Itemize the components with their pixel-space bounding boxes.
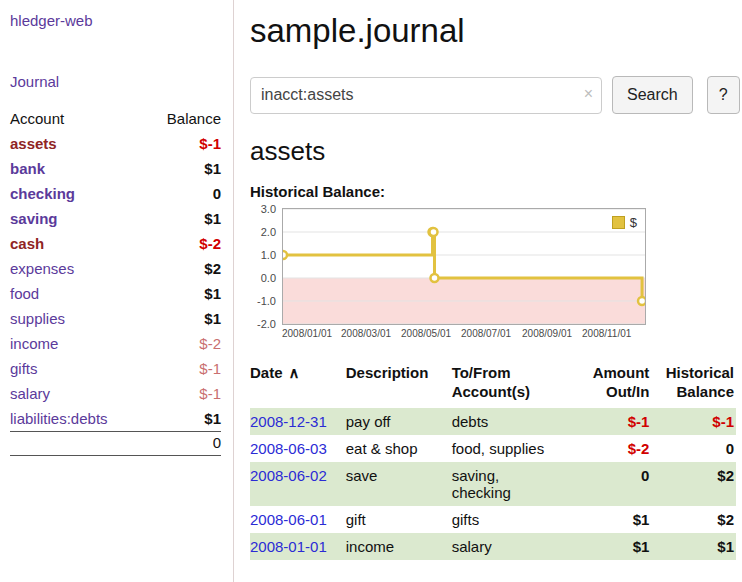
account-balance-salary: $-1	[146, 381, 221, 406]
account-balance-supplies: $1	[146, 306, 221, 331]
main-content: sample.journal × Search ? assets Histori…	[234, 0, 742, 582]
account-row-bank: bank $1	[10, 156, 221, 181]
transaction-description: save	[346, 462, 452, 506]
transaction-accounts: debts	[452, 408, 583, 435]
column-header-date[interactable]: Date∧	[250, 361, 346, 408]
accounts-header-account: Account	[10, 106, 146, 131]
transaction-balance: 0	[655, 435, 736, 462]
transaction-row: 2008-06-02 save saving, checking 0 $2	[250, 462, 736, 506]
historical-balance-chart: 3.02.01.00.0-1.0-2.0 $ 2008/01/012008/03…	[250, 208, 652, 341]
search-button[interactable]: Search	[612, 76, 693, 114]
transaction-date-link[interactable]: 2008-12-31	[250, 413, 327, 430]
search-box: ×	[250, 77, 602, 114]
account-link-saving[interactable]: saving	[10, 210, 58, 227]
account-row-income: income $-2	[10, 331, 221, 356]
chart-y-tick-label: 0.0	[248, 271, 276, 285]
account-balance-cash: $-2	[146, 231, 221, 256]
account-link-cash[interactable]: cash	[10, 235, 44, 252]
chart-title: Historical Balance:	[250, 183, 736, 200]
account-heading: assets	[250, 136, 736, 167]
chart-y-tick-label: -1.0	[248, 294, 276, 308]
search-bar: × Search ?	[250, 76, 736, 114]
transaction-description: gift	[346, 506, 452, 533]
account-balance-assets: $-1	[146, 131, 221, 156]
clear-search-icon[interactable]: ×	[584, 85, 593, 103]
transaction-accounts: saving, checking	[452, 462, 583, 506]
account-row-liabilities-debts: liabilities:debts $1	[10, 406, 221, 432]
chart-x-axis: 2008/01/012008/03/012008/05/012008/07/01…	[282, 328, 646, 341]
account-row-salary: salary $-1	[10, 381, 221, 406]
account-row-saving: saving $1	[10, 206, 221, 231]
legend-label: $	[630, 215, 637, 230]
column-header-account: To/From Account(s)	[452, 361, 583, 408]
search-input[interactable]	[250, 77, 602, 114]
page: hledger-web Journal Account Balance asse…	[0, 0, 742, 582]
transaction-date-link[interactable]: 2008-06-02	[250, 467, 327, 484]
sidebar-item-journal[interactable]: Journal	[10, 73, 59, 90]
chart-x-tick-label: 2008/05/01	[401, 328, 451, 339]
column-header-amount: Amount Out/In	[583, 361, 656, 408]
transaction-accounts: food, supplies	[452, 435, 583, 462]
account-link-gifts[interactable]: gifts	[10, 360, 38, 377]
transaction-amount: $-1	[583, 408, 656, 435]
account-balance-liabilities-debts: $1	[146, 406, 221, 432]
transaction-balance: $2	[655, 506, 736, 533]
chart-canvas	[283, 209, 645, 324]
transactions-header-row: Date∧ Description To/From Account(s) Amo…	[250, 361, 736, 408]
date-header-label: Date	[250, 364, 283, 381]
accounts-total-row: 0	[10, 432, 221, 456]
transaction-date-link[interactable]: 2008-06-01	[250, 511, 327, 528]
transaction-date-link[interactable]: 2008-06-03	[250, 440, 327, 457]
account-balance-income: $-2	[146, 331, 221, 356]
account-balance-checking: 0	[146, 181, 221, 206]
transaction-description: pay off	[346, 408, 452, 435]
chart-x-tick-label: 2008/07/01	[461, 328, 511, 339]
account-link-food[interactable]: food	[10, 285, 39, 302]
account-balance-saving: $1	[146, 206, 221, 231]
column-header-description: Description	[346, 361, 452, 408]
account-link-supplies[interactable]: supplies	[10, 310, 65, 327]
transaction-amount: $1	[583, 506, 656, 533]
chart-x-tick-label: 2008/01/01	[282, 328, 332, 339]
chart-y-axis: 3.02.01.00.0-1.0-2.0	[250, 208, 278, 323]
sidebar-nav: Journal	[10, 73, 221, 90]
account-link-checking[interactable]: checking	[10, 185, 75, 202]
transaction-balance: $-1	[655, 408, 736, 435]
account-row-food: food $1	[10, 281, 221, 306]
account-row-assets: assets $-1	[10, 131, 221, 156]
transaction-accounts: gifts	[452, 506, 583, 533]
transaction-accounts: salary	[452, 533, 583, 560]
accounts-table: Account Balance assets $-1 bank $1 check…	[10, 106, 221, 456]
chart-y-tick-label: 3.0	[248, 202, 276, 216]
chart-y-tick-label: 1.0	[248, 248, 276, 262]
account-balance-gifts: $-1	[146, 356, 221, 381]
account-link-liabilities-debts[interactable]: liabilities:debts	[10, 410, 108, 427]
account-row-supplies: supplies $1	[10, 306, 221, 331]
account-link-expenses[interactable]: expenses	[10, 260, 74, 277]
legend-swatch-icon	[612, 216, 625, 229]
sidebar: hledger-web Journal Account Balance asse…	[0, 0, 234, 582]
chart-y-tick-label: 2.0	[248, 225, 276, 239]
sort-asc-icon: ∧	[289, 364, 300, 381]
chart-y-tick-label: -2.0	[248, 317, 276, 331]
column-header-balance: Historical Balance	[655, 361, 736, 408]
transaction-description: eat & shop	[346, 435, 452, 462]
account-link-salary[interactable]: salary	[10, 385, 50, 402]
account-row-cash: cash $-2	[10, 231, 221, 256]
transaction-row: 2008-12-31 pay off debts $-1 $-1	[250, 408, 736, 435]
transaction-balance: $1	[655, 533, 736, 560]
transaction-date-link[interactable]: 2008-01-01	[250, 538, 327, 555]
accounts-total-value: 0	[146, 432, 221, 456]
accounts-table-header: Account Balance	[10, 106, 221, 131]
account-link-bank[interactable]: bank	[10, 160, 45, 177]
help-button[interactable]: ?	[707, 76, 740, 114]
transaction-description: income	[346, 533, 452, 560]
account-row-gifts: gifts $-1	[10, 356, 221, 381]
app-title-link[interactable]: hledger-web	[10, 12, 93, 29]
account-link-income[interactable]: income	[10, 335, 58, 352]
chart-x-tick-label: 2008/11/01	[582, 328, 631, 339]
chart-plot-area: $	[282, 208, 646, 325]
transactions-table: Date∧ Description To/From Account(s) Amo…	[250, 361, 736, 560]
account-balance-food: $1	[146, 281, 221, 306]
account-link-assets[interactable]: assets	[10, 135, 57, 152]
